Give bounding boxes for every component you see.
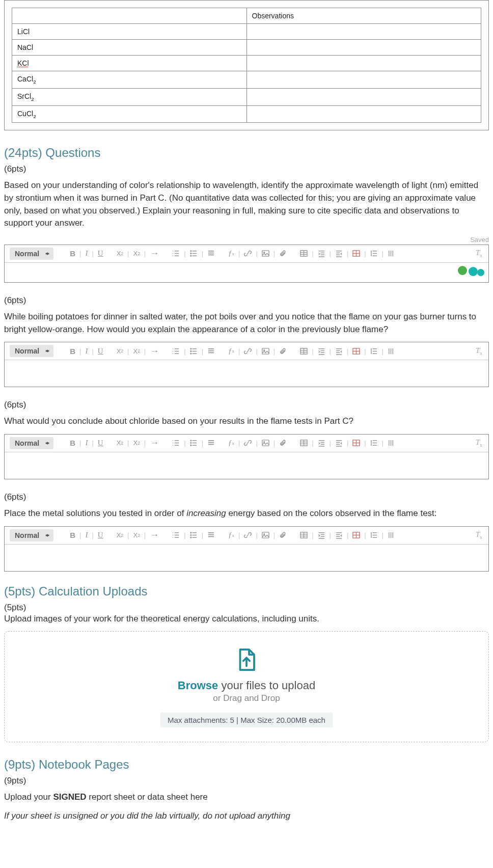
browse-link[interactable]: Browse: [178, 679, 218, 692]
grammarly-badges[interactable]: [458, 266, 484, 279]
editor-content[interactable]: [5, 263, 488, 282]
underline-button[interactable]: U: [97, 531, 104, 539]
attachment-button[interactable]: [278, 250, 288, 257]
link-button[interactable]: [243, 531, 253, 539]
table-row: CuCl2: [12, 105, 481, 123]
format-select[interactable]: Normal: [10, 345, 53, 357]
subscript-button[interactable]: X2: [116, 531, 124, 539]
clear-format-button[interactable]: Tx: [476, 249, 482, 258]
attachment-button[interactable]: [278, 531, 288, 539]
outdent-button[interactable]: [334, 347, 344, 355]
editor-content[interactable]: [5, 545, 488, 571]
underline-button[interactable]: U: [97, 249, 104, 258]
italic-button[interactable]: I: [84, 347, 89, 356]
ordered-list-button[interactable]: [171, 250, 181, 257]
image-button[interactable]: [261, 250, 270, 257]
table-button[interactable]: [299, 531, 309, 539]
italic-button[interactable]: I: [84, 249, 89, 258]
link-button[interactable]: [243, 250, 253, 257]
format-select[interactable]: Normal: [10, 437, 53, 449]
image-button[interactable]: [261, 531, 270, 539]
subscript-button[interactable]: X2: [116, 439, 124, 447]
ordered-list-button[interactable]: [171, 439, 181, 447]
editor-content[interactable]: [5, 360, 488, 387]
outdent-button[interactable]: [334, 439, 344, 447]
line-spacing-button[interactable]: [369, 531, 379, 539]
grammarly-icon[interactable]: [469, 267, 478, 276]
indent-button[interactable]: [317, 439, 326, 447]
align-button[interactable]: [206, 250, 216, 257]
image-button[interactable]: [261, 439, 270, 447]
bold-button[interactable]: B: [69, 347, 76, 356]
superscript-button[interactable]: X2: [132, 250, 141, 257]
svg-rect-10: [262, 348, 269, 354]
image-button[interactable]: [261, 347, 270, 355]
table-cell-button[interactable]: [351, 347, 361, 355]
table-cell-button[interactable]: [351, 439, 361, 447]
superscript-button[interactable]: X2: [132, 347, 141, 355]
upload-dropzone[interactable]: Browse your files to upload or Drag and …: [4, 631, 489, 742]
bold-button[interactable]: B: [69, 439, 76, 447]
formula-button[interactable]: ƒx: [227, 531, 235, 539]
grammarly-sub-icon[interactable]: [477, 269, 484, 276]
bold-button[interactable]: B: [69, 531, 76, 539]
upload-icon: [234, 647, 259, 672]
align-button[interactable]: [206, 531, 216, 539]
outdent-button[interactable]: [334, 531, 344, 539]
italic-button[interactable]: I: [84, 439, 89, 447]
ordered-list-button[interactable]: [171, 347, 181, 355]
bullet-list-button[interactable]: [189, 439, 199, 447]
arrow-button[interactable]: →: [149, 248, 160, 259]
bullet-list-button[interactable]: [189, 347, 199, 355]
ordered-list-button[interactable]: [171, 531, 181, 539]
align-button[interactable]: [206, 439, 216, 447]
format-select[interactable]: Normal: [10, 529, 53, 541]
indent-button[interactable]: [317, 250, 326, 257]
indent-button[interactable]: [317, 347, 326, 355]
editor-content[interactable]: [5, 452, 488, 479]
table-button[interactable]: [299, 250, 309, 257]
format-select[interactable]: Normal: [10, 248, 53, 260]
columns-button[interactable]: [387, 531, 396, 539]
subscript-button[interactable]: X2: [116, 347, 124, 355]
underline-button[interactable]: U: [97, 347, 104, 356]
table-button[interactable]: [299, 347, 309, 355]
bullet-list-button[interactable]: [189, 250, 199, 257]
svg-point-8: [190, 350, 191, 351]
underline-button[interactable]: U: [97, 439, 104, 447]
formula-button[interactable]: ƒx: [227, 347, 235, 356]
arrow-button[interactable]: →: [149, 530, 160, 540]
link-button[interactable]: [243, 439, 253, 447]
indent-button[interactable]: [317, 531, 326, 539]
align-button[interactable]: [206, 347, 216, 355]
compound-name: NaCl: [12, 40, 247, 56]
line-spacing-button[interactable]: [369, 439, 379, 447]
bullet-list-button[interactable]: [189, 531, 199, 539]
formula-button[interactable]: ƒx: [227, 439, 235, 447]
line-spacing-button[interactable]: [369, 250, 379, 257]
formula-button[interactable]: ƒx: [227, 249, 235, 258]
table-button[interactable]: [299, 439, 309, 447]
attachment-button[interactable]: [278, 347, 288, 355]
notebook-title: (9pts) Notebook Pages: [4, 757, 489, 772]
arrow-button[interactable]: →: [149, 346, 160, 357]
columns-button[interactable]: [387, 347, 396, 355]
table-cell-button[interactable]: [351, 531, 361, 539]
outdent-button[interactable]: [334, 250, 344, 257]
superscript-button[interactable]: X2: [132, 531, 141, 539]
table-cell-button[interactable]: [351, 250, 361, 257]
bold-button[interactable]: B: [69, 249, 76, 258]
arrow-button[interactable]: →: [149, 438, 160, 448]
superscript-button[interactable]: X2: [132, 439, 141, 447]
italic-button[interactable]: I: [84, 531, 89, 539]
clear-format-button[interactable]: Tx: [476, 530, 482, 540]
line-spacing-button[interactable]: [369, 347, 379, 355]
clear-format-button[interactable]: Tx: [476, 346, 482, 356]
columns-button[interactable]: [387, 439, 396, 447]
link-button[interactable]: [243, 347, 253, 355]
hint-icon[interactable]: [458, 266, 467, 275]
columns-button[interactable]: [387, 250, 396, 257]
subscript-button[interactable]: X2: [116, 250, 124, 257]
clear-format-button[interactable]: Tx: [476, 438, 482, 448]
attachment-button[interactable]: [278, 439, 288, 447]
